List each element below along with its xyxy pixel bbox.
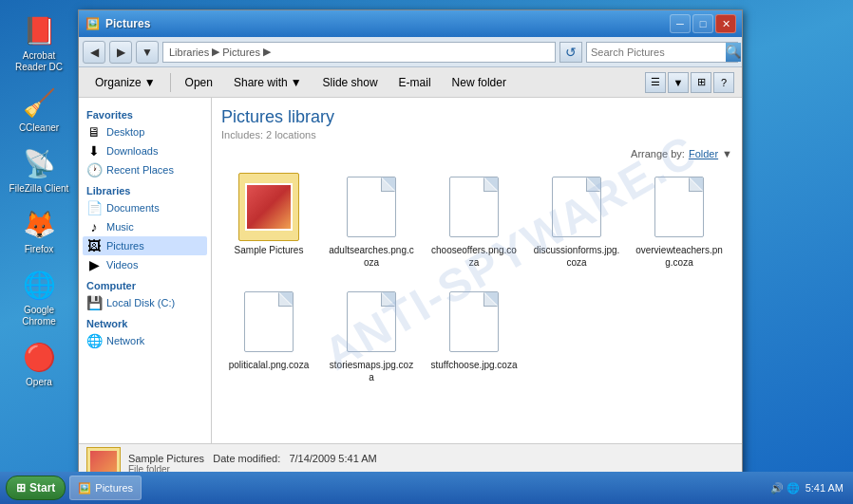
- firefox-icon: 🦊: [21, 206, 57, 242]
- share-with-label: Share with: [234, 76, 288, 89]
- address-bar: ◀ ▶ ▼ Libraries ▶ Pictures ▶ ↺ 🔍: [79, 37, 742, 67]
- start-label: Start: [29, 481, 55, 495]
- discussionforms-icon-wrap: [546, 173, 607, 241]
- stuffchoose-icon-wrap: [444, 288, 504, 356]
- close-button[interactable]: ✕: [715, 14, 736, 33]
- desktop-icon-opera[interactable]: 🔴 Opera: [5, 336, 73, 391]
- toolbar-separator-1: [170, 73, 171, 92]
- organize-button[interactable]: Organize ▼: [86, 71, 164, 94]
- desktop-icon-ccleaner[interactable]: 🧹 CCleaner: [5, 82, 73, 137]
- search-button[interactable]: 🔍: [726, 43, 741, 62]
- file-item-overviewteachers[interactable]: overviewteachers.png.coza: [632, 169, 727, 272]
- opera-label: Opera: [26, 377, 52, 388]
- file-name-chooseoffers: chooseoffers.png.coza: [430, 244, 518, 269]
- views-button[interactable]: ☰: [645, 72, 666, 93]
- preview-button[interactable]: ⊞: [691, 72, 711, 93]
- sidebar-item-localdisk[interactable]: 💾 Local Disk (C:): [83, 293, 207, 312]
- share-with-arrow: ▼: [291, 76, 302, 89]
- file-item-adultsearches[interactable]: adultsearches.png.coza: [324, 169, 419, 272]
- sidebar: Favorites 🖥 Desktop ⬇ Downloads 🕐 Recent…: [79, 98, 212, 443]
- toolbar: Organize ▼ Open Share with ▼ Slide show …: [79, 67, 742, 98]
- recent-button[interactable]: ▼: [136, 41, 159, 64]
- sidebar-item-downloads[interactable]: ⬇ Downloads: [83, 141, 207, 160]
- sidebar-network-label: Network: [106, 335, 144, 346]
- share-with-button[interactable]: Share with ▼: [225, 71, 311, 94]
- maximize-button[interactable]: □: [692, 14, 713, 33]
- slide-show-button[interactable]: Slide show: [314, 71, 387, 94]
- help-button[interactable]: ?: [713, 72, 734, 93]
- ccleaner-label: CCleaner: [19, 122, 59, 134]
- sidebar-item-documents[interactable]: 📄 Documents: [83, 198, 207, 217]
- file-item-sample-pictures[interactable]: Sample Pictures: [221, 169, 316, 272]
- taskbar-pictures-window[interactable]: 🖼️ Pictures: [69, 476, 142, 500]
- file-item-politicalal[interactable]: politicalal.png.coza: [221, 284, 316, 387]
- sample-pictures-icon-wrap: [238, 173, 299, 241]
- open-button[interactable]: Open: [177, 71, 221, 94]
- slide-show-label: Slide show: [323, 76, 378, 89]
- documents-icon: 📄: [86, 200, 102, 215]
- adultsearches-icon-wrap: [341, 173, 402, 241]
- windows-logo-icon: ⊞: [16, 481, 26, 495]
- storiesmaps-file-icon: [347, 291, 396, 352]
- sidebar-music-label: Music: [106, 221, 134, 233]
- desktop-icon-filezilla[interactable]: 📡 FileZilla Client: [5, 142, 73, 197]
- status-date-value: 7/14/2009 5:41 AM: [289, 453, 376, 464]
- desktop-icon-chrome[interactable]: 🌐 Google Chrome: [5, 264, 73, 330]
- desktop-icon-small: 🖥: [86, 124, 102, 140]
- library-subtitle: Includes: 2 locations: [221, 129, 732, 140]
- search-input[interactable]: [587, 47, 726, 58]
- acrobat-icon: 📕: [21, 12, 57, 48]
- start-button[interactable]: ⊞ Start: [6, 476, 66, 500]
- sidebar-recent-label: Recent Places: [106, 164, 174, 176]
- file-name-sample-pictures: Sample Pictures: [235, 244, 304, 256]
- back-button[interactable]: ◀: [83, 41, 105, 64]
- sidebar-item-desktop[interactable]: 🖥 Desktop: [83, 122, 207, 141]
- discussionforms-file-icon: [552, 177, 601, 237]
- library-title: Pictures library: [221, 107, 732, 127]
- email-button[interactable]: E-mail: [390, 71, 440, 94]
- libraries-label: Libraries: [86, 185, 203, 196]
- arrange-value[interactable]: Folder: [689, 148, 718, 159]
- file-item-discussionforms[interactable]: discussionforms.jpg.coza: [529, 169, 624, 272]
- computer-label: Computer: [86, 280, 203, 291]
- search-box: 🔍: [586, 42, 738, 63]
- file-name-storiesmaps: storiesmaps.jpg.coza: [328, 359, 415, 383]
- new-folder-label: New folder: [452, 76, 506, 89]
- sidebar-item-music[interactable]: ♪ Music: [83, 217, 207, 236]
- politicalal-file-icon: [244, 291, 294, 352]
- file-item-storiesmaps[interactable]: storiesmaps.jpg.coza: [324, 284, 419, 387]
- file-item-stuffchoose[interactable]: stuffchoose.jpg.coza: [426, 284, 521, 387]
- minimize-button[interactable]: ─: [670, 14, 691, 33]
- sample-pictures-folder-icon: [238, 173, 299, 241]
- file-name-discussionforms: discussionforms.jpg.coza: [533, 244, 620, 269]
- filezilla-label: FileZilla Client: [9, 183, 69, 195]
- sidebar-item-pictures[interactable]: 🖼 Pictures: [83, 236, 207, 255]
- chooseoffers-icon-wrap: [444, 173, 504, 241]
- chrome-label: Google Chrome: [8, 305, 70, 327]
- go-button[interactable]: ↺: [559, 42, 582, 63]
- firefox-label: Firefox: [25, 244, 54, 255]
- file-name-politicalal: politicalal.png.coza: [229, 359, 310, 371]
- sidebar-item-recent[interactable]: 🕐 Recent Places: [83, 160, 207, 179]
- address-field[interactable]: Libraries ▶ Pictures ▶: [162, 42, 556, 63]
- desktop-icon-acrobat[interactable]: 📕 Acrobat Reader DC: [5, 9, 73, 76]
- sidebar-item-videos[interactable]: ▶ Videos: [83, 255, 207, 274]
- new-folder-button[interactable]: New folder: [444, 71, 515, 94]
- sidebar-videos-label: Videos: [106, 259, 138, 271]
- sidebar-item-network[interactable]: 🌐 Network: [83, 331, 207, 350]
- view-controls: ☰ ▼ ⊞ ?: [645, 72, 734, 93]
- file-item-chooseoffers[interactable]: chooseoffers.png.coza: [426, 169, 521, 272]
- overviewteachers-file-icon: [654, 177, 704, 237]
- downloads-icon: ⬇: [86, 143, 102, 159]
- arrange-label: Arrange by:: [631, 148, 685, 159]
- desktop-icon-firefox[interactable]: 🦊 Firefox: [5, 203, 73, 258]
- taskbar-pictures-icon: 🖼️: [78, 482, 91, 495]
- forward-button[interactable]: ▶: [109, 41, 132, 64]
- views-dropdown-button[interactable]: ▼: [668, 72, 689, 93]
- opera-icon: 🔴: [21, 339, 57, 375]
- local-disk-icon: 💾: [86, 295, 102, 310]
- breadcrumb: Libraries ▶ Pictures ▶: [169, 46, 272, 58]
- clock: 5:41 AM: [806, 482, 844, 494]
- file-name-adultsearches: adultsearches.png.coza: [328, 244, 415, 269]
- network-icon: 🌐: [86, 333, 102, 348]
